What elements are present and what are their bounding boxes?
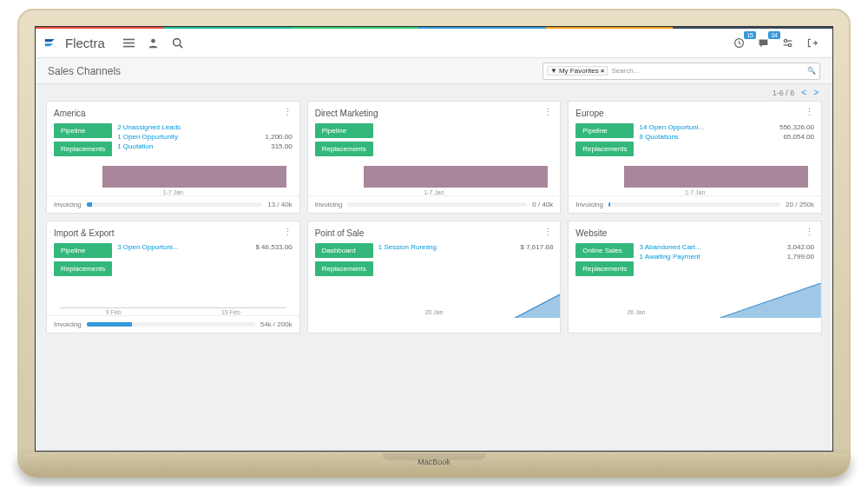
close-icon[interactable]: × [601, 67, 605, 75]
svg-rect-2 [123, 46, 135, 48]
card-title: Direct Marketing [315, 109, 378, 118]
menu-icon[interactable] [117, 31, 141, 56]
stat-value: 1,799.00 [787, 253, 814, 261]
laptop-frame: Flectra 15 34 Sales Channels ▼ My Favori… [17, 9, 851, 478]
search-box[interactable]: ▼ My Favorites × Search... 🔍 [542, 63, 820, 80]
stat-link[interactable]: 1 Awaiting Payment [639, 253, 700, 261]
stat-value: 3,042.00 [787, 243, 814, 251]
footer-label: Invoicing [315, 201, 343, 208]
progress-bar [87, 322, 255, 327]
stat-value: 65,054.00 [783, 133, 814, 141]
stat-value: 315.00 [271, 142, 292, 150]
footer-value: 13 / 40k [267, 201, 292, 208]
stat-link[interactable]: 3 Abandoned Cart... [639, 243, 700, 251]
card-action-button[interactable]: Pipeline [54, 123, 112, 138]
card-action-button[interactable]: Replacements [54, 142, 112, 156]
stat-link[interactable]: 1 Session Running [378, 243, 437, 251]
card-title: America [54, 109, 86, 118]
channel-card: Website⋮Online SalesReplacements3 Abando… [568, 221, 822, 333]
pager-prev[interactable]: < [801, 88, 806, 97]
card-menu-icon[interactable]: ⋮ [805, 109, 814, 116]
footer-value: 54k / 200k [260, 320, 293, 328]
svg-line-5 [180, 45, 182, 48]
card-title: Website [575, 228, 607, 238]
mini-chart [308, 281, 561, 318]
stat-value: $ 46,533.00 [255, 243, 292, 251]
progress-bar [608, 202, 780, 207]
card-action-button[interactable]: Pipeline [575, 123, 634, 138]
search-placeholder: Search... [611, 67, 639, 75]
messages-icon[interactable]: 34 [751, 31, 775, 56]
clock-icon[interactable]: 15 [727, 31, 751, 56]
user-icon[interactable] [141, 31, 166, 56]
stat-value: $ 7,617.68 [521, 243, 554, 251]
card-action-button[interactable]: Replacements [575, 261, 634, 276]
card-title: Import & Export [54, 228, 114, 238]
footer-value: 0 / 40k [532, 201, 553, 208]
sub-navbar: Sales Channels ▼ My Favorites × Search..… [36, 58, 832, 84]
card-action-button[interactable]: Replacements [575, 142, 634, 156]
card-menu-icon[interactable]: ⋮ [805, 228, 814, 235]
brand-name: Flectra [65, 36, 105, 50]
mini-chart [308, 162, 561, 198]
svg-point-8 [788, 43, 791, 46]
top-navbar: Flectra 15 34 [36, 29, 832, 58]
progress-bar [347, 202, 527, 207]
stat-link[interactable]: 14 Open Opportuni... [639, 123, 704, 131]
search-icon[interactable] [166, 31, 190, 56]
stat-link[interactable]: 2 Unassigned Leads [117, 123, 181, 131]
stat-link[interactable]: 1 Quotation [117, 142, 153, 150]
card-footer: Invoicing13 / 40k [47, 195, 299, 213]
stat-value: 1,200.00 [266, 133, 293, 141]
card-action-button[interactable]: Replacements [315, 261, 373, 276]
footer-label: Invoicing [54, 201, 82, 208]
progress-bar [87, 202, 263, 207]
footer-label: Invoicing [575, 201, 603, 208]
card-action-button[interactable]: Replacements [54, 261, 112, 276]
search-icon[interactable]: 🔍 [807, 67, 816, 75]
stat-link[interactable]: 1 Open Opportunity [117, 133, 178, 141]
svg-point-7 [784, 39, 786, 42]
stat-link[interactable]: 3 Open Opportuni... [117, 243, 178, 251]
card-menu-icon[interactable]: ⋮ [283, 228, 293, 235]
card-action-button[interactable]: Replacements [315, 142, 373, 156]
search-filter-tag[interactable]: ▼ My Favorites × [547, 66, 608, 76]
card-title: Europe [575, 109, 603, 118]
card-footer: Invoicing20 / 250k [569, 195, 821, 213]
card-footer: Invoicing54k / 200k [47, 315, 299, 333]
laptop-base: MacBook [17, 453, 851, 478]
card-action-button[interactable]: Online Sales [575, 243, 634, 258]
page-title: Sales Channels [48, 65, 121, 77]
settings-icon[interactable] [775, 31, 799, 56]
mini-chart [569, 281, 821, 318]
card-action-button[interactable]: Dashboard [315, 243, 373, 258]
card-footer: Invoicing0 / 40k [308, 195, 561, 213]
channel-card: Europe⋮PipelineReplacements14 Open Oppor… [568, 101, 822, 214]
card-action-button[interactable]: Pipeline [54, 243, 112, 258]
stat-link[interactable]: 8 Quotations [639, 133, 678, 141]
card-title: Point of Sale [315, 228, 365, 238]
svg-point-4 [174, 39, 181, 46]
pager-text: 1-6 / 6 [773, 89, 795, 97]
dashboard-grid: America⋮PipelineReplacements2 Unassigned… [36, 101, 832, 344]
card-menu-icon[interactable]: ⋮ [283, 109, 293, 116]
logout-icon[interactable] [799, 31, 824, 56]
brand-logo[interactable]: Flectra [44, 36, 105, 50]
svg-rect-1 [123, 43, 135, 44]
card-menu-icon[interactable]: ⋮ [543, 109, 553, 116]
channel-card: Import & Export⋮PipelineReplacements3 Op… [46, 221, 300, 333]
mini-chart [47, 162, 299, 198]
svg-rect-0 [123, 39, 135, 41]
mini-chart [47, 281, 299, 318]
footer-value: 20 / 250k [786, 201, 814, 208]
stat-value: 556,326.00 [779, 123, 814, 131]
channel-card: Direct Marketing⋮PipelineReplacements1-7… [307, 101, 562, 214]
app-screen: Flectra 15 34 Sales Channels ▼ My Favori… [35, 26, 833, 452]
card-action-button[interactable]: Pipeline [315, 123, 373, 138]
svg-point-3 [151, 39, 155, 43]
channel-card: America⋮PipelineReplacements2 Unassigned… [46, 101, 300, 214]
footer-label: Invoicing [54, 320, 82, 328]
card-menu-icon[interactable]: ⋮ [543, 228, 553, 235]
pager: 1-6 / 6 < > [36, 84, 832, 101]
pager-next[interactable]: > [813, 88, 819, 97]
